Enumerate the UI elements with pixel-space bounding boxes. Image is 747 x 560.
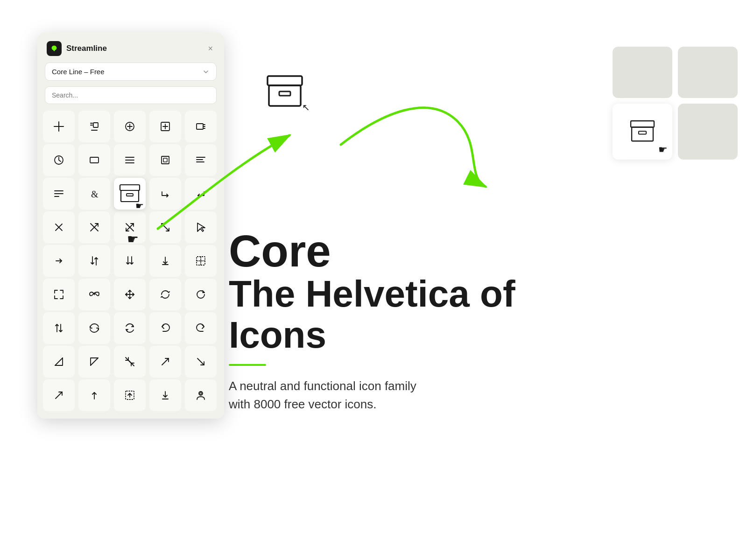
svg-rect-66 xyxy=(639,131,646,134)
icon-arrows-down[interactable] xyxy=(114,245,146,277)
library-dropdown[interactable]: Core Line – Free xyxy=(45,63,217,81)
canvas-area: ☛ xyxy=(603,28,747,178)
icon-plus[interactable] xyxy=(43,111,75,142)
svg-rect-32 xyxy=(127,194,133,196)
panel-header: Streamline × xyxy=(37,33,224,63)
svg-point-59 xyxy=(199,392,203,395)
icon-cross-arrow[interactable] xyxy=(78,211,110,243)
green-divider xyxy=(229,364,266,366)
svg-line-51 xyxy=(162,358,169,365)
svg-text:&: & xyxy=(91,189,99,199)
icon-refresh[interactable] xyxy=(149,279,181,310)
canvas-cell-empty-2 xyxy=(678,47,738,98)
icon-diagonal-dl[interactable] xyxy=(43,346,75,378)
icon-align-bottom[interactable] xyxy=(149,379,181,411)
icon-ampersand[interactable]: & xyxy=(78,178,110,210)
svg-rect-61 xyxy=(268,76,302,85)
icon-redo[interactable] xyxy=(185,312,217,344)
svg-rect-2 xyxy=(93,123,98,127)
icon-expand[interactable] xyxy=(149,211,181,243)
icon-return-down[interactable] xyxy=(149,178,181,210)
icon-clock[interactable] xyxy=(43,144,75,176)
icon-compress[interactable] xyxy=(114,346,146,378)
svg-rect-64 xyxy=(631,121,654,127)
svg-line-48 xyxy=(91,358,98,365)
icon-infinity[interactable] xyxy=(78,279,110,310)
svg-point-60 xyxy=(200,392,202,394)
icon-upload-box[interactable] xyxy=(114,379,146,411)
hero-description: A neutral and functional icon familywith… xyxy=(229,377,593,413)
canvas-cell-empty-1 xyxy=(613,47,672,98)
svg-rect-21 xyxy=(162,156,169,164)
icon-rectangle[interactable] xyxy=(78,144,110,176)
svg-line-53 xyxy=(56,392,62,399)
icon-fullscreen[interactable] xyxy=(43,279,75,310)
icon-swap-vertical[interactable] xyxy=(78,245,110,277)
svg-rect-12 xyxy=(197,124,203,129)
icon-frame[interactable] xyxy=(149,144,181,176)
icon-text-align[interactable] xyxy=(185,144,217,176)
canvas-cell-active[interactable]: ☛ xyxy=(613,104,672,160)
icon-undo[interactable] xyxy=(149,312,181,344)
icon-archive[interactable] xyxy=(114,178,146,210)
icon-slash[interactable] xyxy=(149,346,181,378)
icon-transfer[interactable] xyxy=(114,312,146,344)
icon-arrows-vertical[interactable] xyxy=(43,312,75,344)
text-content-area: Core The Helvetica of Icons A neutral an… xyxy=(229,229,593,413)
icon-add-frame[interactable] xyxy=(185,111,217,142)
icon-diagonal-2[interactable] xyxy=(185,346,217,378)
icon-return-right[interactable] xyxy=(185,178,217,210)
dropdown-label: Core Line – Free xyxy=(52,68,105,76)
archive-icon-hero xyxy=(266,75,303,109)
icon-add-align[interactable] xyxy=(78,111,110,142)
hero-title-line2: The Helvetica of Icons xyxy=(229,273,593,356)
svg-rect-63 xyxy=(279,91,290,96)
plugin-panel: Streamline × Core Line – Free xyxy=(37,33,224,419)
svg-line-47 xyxy=(55,358,63,365)
chevron-down-icon xyxy=(202,68,210,76)
icon-arrow-down[interactable] xyxy=(149,245,181,277)
icon-arrow-up-right[interactable] xyxy=(43,379,75,411)
icon-cross-move[interactable] xyxy=(114,211,146,243)
icon-diagonal-ur[interactable] xyxy=(78,346,110,378)
svg-rect-22 xyxy=(163,158,167,162)
icons-grid: & xyxy=(37,111,224,411)
icon-arrow-right[interactable] xyxy=(43,245,75,277)
streamline-logo xyxy=(47,41,62,56)
icon-arrow-up[interactable] xyxy=(78,379,110,411)
svg-rect-30 xyxy=(120,185,140,190)
icon-target[interactable] xyxy=(185,245,217,277)
svg-rect-17 xyxy=(90,157,99,163)
icon-menu[interactable] xyxy=(43,178,75,210)
icon-rotate[interactable] xyxy=(185,279,217,310)
svg-line-39 xyxy=(162,224,169,231)
panel-title: Streamline xyxy=(66,44,206,53)
icon-person-badge[interactable] xyxy=(185,379,217,411)
hand-cursor-icon: ☛ xyxy=(658,144,668,156)
icon-move[interactable] xyxy=(114,279,146,310)
archive-icon-large-display: ↖ xyxy=(266,75,303,111)
hero-title-line1: Core xyxy=(229,229,593,273)
icon-cursor[interactable] xyxy=(185,211,217,243)
icon-close-x[interactable] xyxy=(43,211,75,243)
icon-align-justify[interactable] xyxy=(114,144,146,176)
icon-add-circle[interactable] xyxy=(114,111,146,142)
icon-add-square[interactable] xyxy=(149,111,181,142)
close-button[interactable]: × xyxy=(206,42,215,55)
search-input[interactable] xyxy=(45,86,217,104)
cursor-arrow-icon: ↖ xyxy=(302,102,310,113)
svg-line-52 xyxy=(197,358,204,365)
canvas-cell-empty-3 xyxy=(678,104,738,160)
icon-refresh-2[interactable] xyxy=(78,312,110,344)
